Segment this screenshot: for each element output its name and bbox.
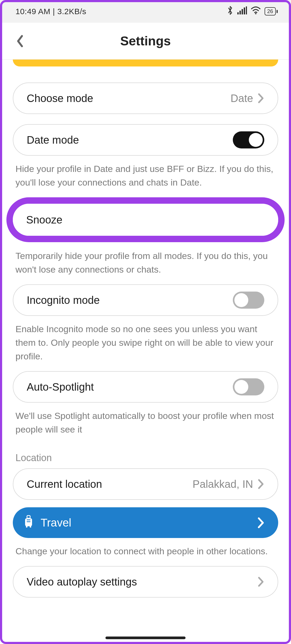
- signal-icon: [237, 6, 247, 16]
- autospotlight-toggle[interactable]: [233, 378, 264, 395]
- video-autoplay-label: Video autoplay settings: [27, 576, 137, 588]
- wifi-icon: [251, 6, 261, 16]
- video-autoplay-row[interactable]: Video autoplay settings: [13, 566, 278, 598]
- date-mode-desc: Hide your profile in Date and just use B…: [13, 158, 278, 197]
- chevron-right-icon: [257, 576, 264, 587]
- choose-mode-label: Choose mode: [27, 92, 93, 104]
- date-mode-label: Date mode: [27, 134, 79, 146]
- travel-row[interactable]: Travel: [13, 507, 278, 538]
- snooze-label: Snooze: [26, 214, 62, 226]
- home-indicator[interactable]: [105, 637, 186, 639]
- bluetooth-icon: [227, 6, 234, 17]
- chevron-right-icon: [257, 479, 264, 489]
- svg-point-8: [26, 526, 27, 528]
- svg-point-5: [255, 13, 256, 14]
- current-location-value: Palakkad, IN: [192, 478, 264, 490]
- current-location-row[interactable]: Current location Palakkad, IN: [13, 468, 278, 500]
- date-mode-row[interactable]: Date mode: [13, 124, 278, 156]
- page-title: Settings: [120, 34, 171, 48]
- svg-rect-6: [27, 516, 30, 518]
- svg-rect-0: [237, 12, 239, 14]
- snooze-highlight: Snooze: [6, 197, 285, 242]
- choose-mode-value: Date: [231, 92, 265, 104]
- svg-point-9: [30, 526, 31, 528]
- luggage-icon: [23, 515, 34, 531]
- snooze-row[interactable]: Snooze: [13, 204, 278, 236]
- incognito-desc: Enable Incognito mode so no one sees you…: [13, 319, 278, 371]
- incognito-row[interactable]: Incognito mode: [13, 284, 278, 316]
- date-mode-toggle[interactable]: [233, 131, 264, 148]
- svg-rect-1: [239, 11, 241, 14]
- status-bar: 10:49 AM | 3.2KB/s 26: [0, 0, 291, 23]
- svg-rect-2: [242, 9, 243, 14]
- promo-banner-edge: [13, 60, 278, 66]
- snooze-desc: Temporarily hide your profile from all m…: [13, 245, 278, 284]
- choose-mode-row[interactable]: Choose mode Date: [13, 83, 278, 114]
- status-icons: 26: [227, 6, 278, 17]
- status-time: 10:49 AM | 3.2KB/s: [15, 7, 86, 16]
- autospotlight-row[interactable]: Auto-Spotlight: [13, 371, 278, 403]
- chevron-right-icon: [257, 517, 265, 529]
- svg-rect-4: [246, 6, 247, 14]
- autospotlight-label: Auto-Spotlight: [27, 381, 94, 393]
- battery-icon: 26: [265, 7, 278, 15]
- chevron-right-icon: [257, 93, 264, 104]
- back-button[interactable]: [13, 34, 27, 48]
- current-location-label: Current location: [27, 478, 102, 490]
- incognito-label: Incognito mode: [27, 294, 100, 306]
- header: Settings: [0, 23, 291, 60]
- travel-label: Travel: [41, 516, 71, 529]
- incognito-toggle[interactable]: [233, 292, 264, 309]
- svg-rect-3: [244, 7, 245, 14]
- autospotlight-desc: We'll use Spotlight automatically to boo…: [13, 405, 278, 444]
- travel-desc: Change your location to connect with peo…: [13, 541, 278, 566]
- location-section-label: Location: [13, 444, 278, 468]
